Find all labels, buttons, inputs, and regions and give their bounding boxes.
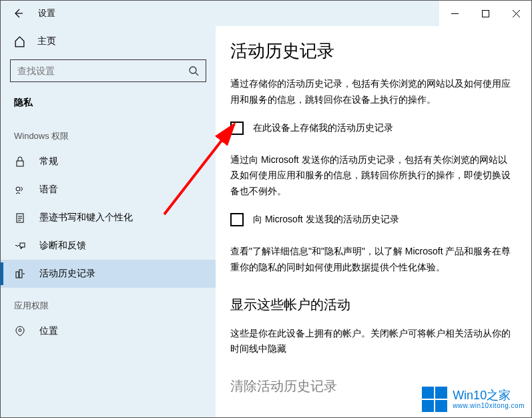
page-heading: 活动历史记录	[230, 39, 513, 63]
description-1: 通过存储你的活动历史记录，包括有关你浏览的网站以及如何使用应用和服务的信息，跳转…	[230, 76, 513, 108]
checkbox-store-on-device[interactable]: 在此设备上存储我的活动历史记录	[230, 122, 513, 135]
checkbox-label: 向 Microsoft 发送我的活动历史记录	[253, 214, 399, 226]
svg-rect-7	[19, 270, 22, 278]
arrow-left-icon	[13, 8, 23, 19]
description-3: 查看"了解详细信息"和"隐私声明"，以了解 Microsoft 产品和服务在尊重…	[230, 244, 513, 276]
checkbox-icon[interactable]	[230, 213, 244, 226]
sidebar-item-label: 语音	[39, 184, 58, 196]
svg-rect-2	[17, 161, 23, 166]
maximize-icon	[482, 10, 489, 17]
content-area: 活动历史记录 通过存储你的活动历史记录，包括有关你浏览的网站以及如何使用应用和服…	[216, 26, 531, 417]
speech-icon	[14, 184, 26, 195]
sidebar-item-location[interactable]: 位置	[1, 317, 216, 345]
sidebar-item-general[interactable]: 常规	[1, 148, 216, 176]
watermark-url: www.win10xitong.com	[453, 402, 525, 409]
sidebar-item-label: 墨迹书写和键入个性化	[39, 212, 133, 224]
search-input[interactable]	[10, 59, 206, 82]
description-4: 这些是你在此设备上拥有的帐户。关闭帐户可将帐户相关活动从你的时间线中隐藏	[230, 326, 513, 358]
clipboard-icon	[14, 212, 26, 223]
checkbox-send-to-microsoft[interactable]: 向 Microsoft 发送我的活动历史记录	[230, 213, 513, 226]
sidebar-item-activity-history[interactable]: 活动历史记录	[1, 260, 216, 288]
subheading-accounts: 显示这些帐户的活动	[230, 296, 513, 314]
titlebar: 设置	[1, 1, 531, 26]
search-icon	[188, 65, 199, 76]
minimize-button[interactable]	[439, 1, 470, 26]
checkbox-label: 在此设备上存储我的活动历史记录	[253, 122, 393, 134]
window-title: 设置	[38, 7, 55, 19]
maximize-button[interactable]	[470, 1, 501, 26]
watermark-brand: Win10之家	[453, 389, 525, 403]
sidebar-item-diagnostics[interactable]: 诊断和反馈	[1, 232, 216, 260]
home-label: 主页	[37, 35, 56, 47]
windows-logo-icon	[422, 387, 447, 412]
sidebar-item-label: 位置	[39, 325, 58, 337]
section-privacy: 隐私	[1, 93, 216, 118]
group-app-permissions: 应用权限	[1, 288, 216, 317]
sidebar-item-label: 诊断和反馈	[39, 240, 86, 252]
svg-point-8	[19, 329, 21, 332]
watermark: Win10之家 www.win10xitong.com	[422, 387, 525, 412]
sidebar-item-label: 活动历史记录	[39, 268, 95, 280]
svg-rect-6	[16, 272, 19, 278]
description-2: 通过向 Microsoft 发送你的活动历史记录，包括有关你浏览的网站以及如何使…	[230, 152, 513, 200]
sidebar-item-label: 常规	[39, 156, 58, 168]
svg-point-1	[190, 67, 196, 73]
sidebar-item-speech[interactable]: 语音	[1, 176, 216, 204]
minimize-icon	[451, 10, 459, 17]
home-icon	[14, 36, 25, 47]
activity-icon	[14, 268, 26, 279]
home-button[interactable]: 主页	[1, 30, 216, 53]
close-icon	[513, 10, 520, 17]
search-field[interactable]	[17, 65, 172, 76]
group-windows-permissions: Windows 权限	[1, 118, 216, 148]
window-controls	[439, 1, 531, 26]
svg-point-3	[16, 187, 20, 191]
feedback-icon	[14, 240, 26, 251]
checkbox-icon[interactable]	[230, 122, 244, 135]
lock-icon	[14, 156, 26, 167]
sidebar: 主页 隐私 Windows 权限 常规 语音	[1, 26, 216, 417]
svg-rect-5	[20, 243, 25, 247]
svg-rect-0	[482, 10, 489, 17]
location-icon	[14, 326, 26, 337]
back-button[interactable]	[7, 3, 29, 24]
close-button[interactable]	[501, 1, 531, 26]
sidebar-item-ink[interactable]: 墨迹书写和键入个性化	[1, 204, 216, 232]
